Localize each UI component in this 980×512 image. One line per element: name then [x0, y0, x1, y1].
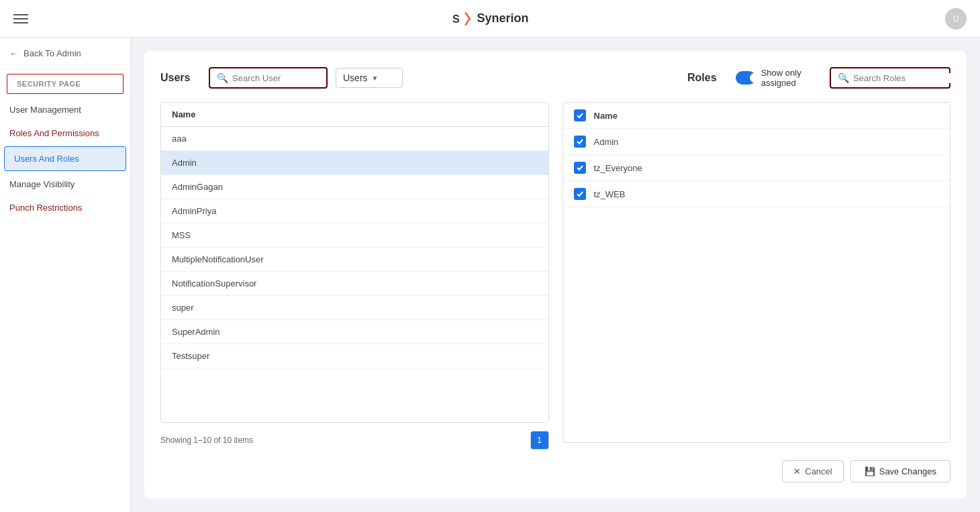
user-search-box: 🔍 — [209, 67, 328, 89]
show-only-assigned-toggle-label: Show only assigned — [736, 68, 822, 88]
list-item[interactable]: Admin — [563, 129, 950, 155]
role-admin-label: Admin — [594, 137, 619, 147]
toggle-text: Show only assigned — [761, 68, 822, 88]
table-row[interactable]: super — [161, 296, 548, 320]
sidebar-item-user-management[interactable]: User Management — [0, 98, 130, 121]
roles-controls: Roles Show only assigned 🔍 — [687, 67, 950, 89]
users-column-header: Name — [161, 103, 548, 127]
roles-name-header: Name — [594, 111, 618, 121]
role-tz-web-label: tz_WEB — [594, 189, 626, 199]
table-row[interactable]: MSS — [161, 223, 548, 248]
list-item[interactable]: tz_Everyone — [563, 155, 950, 181]
table-row[interactable]: SuperAdmin — [161, 320, 548, 344]
hamburger-menu[interactable] — [13, 14, 28, 23]
table-row[interactable]: AdminGagan — [161, 175, 548, 199]
page-1-button[interactable]: 1 — [530, 431, 549, 450]
table-row[interactable]: Admin — [161, 151, 548, 175]
roles-panel: Name Admin — [562, 102, 951, 450]
back-to-admin[interactable]: ← Back To Admin — [0, 38, 130, 70]
chevron-down-icon: ▼ — [372, 74, 395, 82]
table-row[interactable]: NotificationSupervisor — [161, 272, 548, 296]
sidebar-item-manage-visibility[interactable]: Manage Visibility — [0, 172, 130, 196]
avatar: U — [945, 8, 967, 30]
panels: Name aaa Admin AdminGagan AdminPriya MSS… — [160, 102, 950, 450]
sidebar-item-users-roles[interactable]: Users And Roles — [4, 146, 126, 171]
sidebar: ← Back To Admin SECURITY PAGE User Manag… — [0, 38, 131, 512]
users-controls: Users 🔍 Users ▼ — [160, 67, 403, 89]
roles-table: Name Admin — [562, 102, 951, 443]
users-filter-dropdown[interactable]: Users ▼ — [336, 68, 403, 88]
security-page-label: SECURITY PAGE — [7, 74, 124, 94]
main-content: Users 🔍 Users ▼ Roles — [131, 38, 980, 512]
select-all-checkbox[interactable] — [574, 109, 586, 121]
search-user-input[interactable] — [232, 73, 320, 83]
app-logo: S Synerion — [451, 8, 528, 30]
toggle-switch[interactable] — [736, 71, 756, 85]
users-panel: Name aaa Admin AdminGagan AdminPriya MSS… — [160, 102, 549, 450]
pagination-text: Showing 1–10 of 10 items — [160, 436, 253, 445]
table-row[interactable]: MultipleNotificationUser — [161, 248, 548, 272]
role-tz-everyone-checkbox[interactable] — [574, 162, 586, 174]
avatar-area: U — [945, 8, 967, 30]
toggle-slider — [736, 71, 756, 85]
save-icon: 💾 — [865, 466, 875, 476]
search-icon: 🔍 — [217, 72, 228, 83]
users-table: Name aaa Admin AdminGagan AdminPriya MSS… — [160, 102, 549, 423]
roles-title: Roles — [687, 72, 728, 84]
footer-actions: ✕ Cancel 💾 Save Changes — [160, 460, 950, 482]
cancel-x-icon: ✕ — [793, 466, 801, 476]
cancel-button[interactable]: ✕ Cancel — [782, 460, 843, 482]
roles-search-box: 🔍 — [830, 67, 950, 89]
pagination-row: Showing 1–10 of 10 items 1 — [160, 431, 549, 450]
content-card: Users 🔍 Users ▼ Roles — [144, 51, 967, 499]
sidebar-item-punch-restrictions[interactable]: Punch Restrictions — [0, 196, 130, 219]
table-row[interactable]: AdminPriya — [161, 199, 548, 223]
table-row[interactable]: Testsuper — [161, 344, 548, 368]
back-arrow-icon: ← — [9, 48, 18, 58]
table-row[interactable]: aaa — [161, 127, 548, 151]
search-roles-input[interactable] — [853, 73, 954, 83]
sidebar-item-roles-permissions[interactable]: Roles And Permissions — [0, 121, 130, 145]
list-item[interactable]: tz_WEB — [563, 181, 950, 207]
role-tz-web-checkbox[interactable] — [574, 188, 586, 200]
search-roles-icon: 🔍 — [838, 72, 849, 83]
role-tz-everyone-label: tz_Everyone — [594, 163, 642, 173]
users-title: Users — [160, 72, 201, 84]
top-controls: Users 🔍 Users ▼ Roles — [160, 67, 950, 89]
svg-text:S: S — [452, 13, 460, 25]
role-admin-checkbox[interactable] — [574, 136, 586, 148]
svg-marker-1 — [464, 12, 471, 25]
filter-label: Users — [343, 72, 368, 83]
roles-column-header-row: Name — [563, 103, 950, 129]
top-header: S Synerion U — [0, 0, 980, 38]
save-changes-button[interactable]: 💾 Save Changes — [850, 460, 950, 482]
